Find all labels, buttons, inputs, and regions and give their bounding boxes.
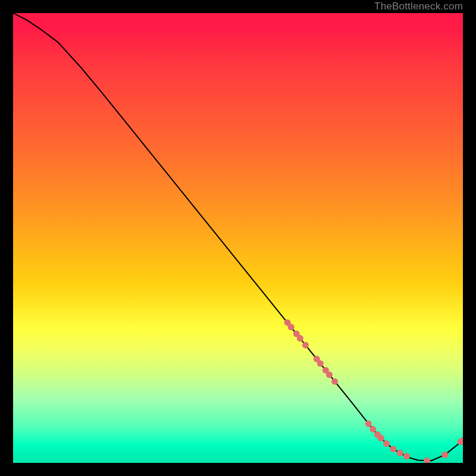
data-point [441, 452, 448, 458]
plot-area [13, 13, 463, 463]
data-point [288, 324, 295, 330]
watermark-text: TheBottleneck.com [374, 0, 463, 13]
data-point [390, 446, 396, 452]
data-point [297, 335, 303, 342]
chart-frame: TheBottleneck.com [0, 0, 476, 476]
data-point [403, 453, 410, 459]
data-point [383, 440, 390, 447]
data-point [317, 360, 324, 367]
data-point [302, 342, 309, 348]
data-point [378, 435, 384, 441]
data-point [365, 421, 372, 427]
data-point [424, 458, 430, 463]
data-point [326, 371, 333, 378]
data-point [331, 378, 338, 385]
data-point [369, 426, 376, 433]
chart-svg [13, 13, 463, 463]
data-markers [284, 320, 463, 463]
data-point [397, 450, 403, 456]
line-series [13, 13, 463, 461]
